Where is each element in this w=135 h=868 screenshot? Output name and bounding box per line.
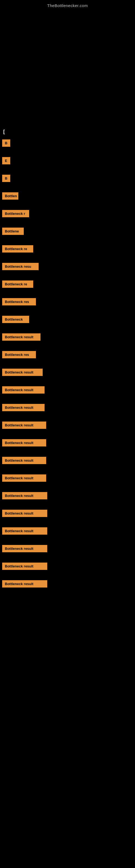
bottleneck-item-1[interactable]: B <box>2 140 10 147</box>
bottleneck-item-11[interactable]: Bottleneck <box>2 316 29 323</box>
bottleneck-row: Bottleneck result <box>2 456 133 469</box>
bottleneck-row: Bottleneck resu <box>2 262 133 275</box>
bottleneck-item-5[interactable]: Bottleneck r <box>2 210 29 217</box>
bottleneck-item-15[interactable]: Bottleneck result <box>2 386 45 394</box>
bottleneck-item-9[interactable]: Bottleneck re <box>2 280 33 288</box>
bottleneck-row: Bottleneck result <box>2 579 133 592</box>
bottleneck-row: Bottleneck result <box>2 544 133 557</box>
bottleneck-item-4[interactable]: Bottlen <box>2 192 18 199</box>
bottleneck-row: Bottleneck res <box>2 350 133 363</box>
bottleneck-row: Bottlene <box>2 226 133 240</box>
bottleneck-row: Bottleneck result <box>2 332 133 346</box>
bottleneck-row: Bottleneck result <box>2 526 133 539</box>
bottleneck-item-18[interactable]: Bottleneck result <box>2 439 46 446</box>
dark-hero-section <box>0 10 135 124</box>
bottleneck-row: Bottleneck result <box>2 438 133 452</box>
bottleneck-item-13[interactable]: Bottleneck res <box>2 351 36 358</box>
bottleneck-list: BEBBottlenBottleneck rBottleneBottleneck… <box>2 138 133 597</box>
bottleneck-item-2[interactable]: E <box>2 157 10 164</box>
bottleneck-row: Bottleneck r <box>2 209 133 222</box>
bottleneck-row: Bottleneck result <box>2 508 133 522</box>
section-header: [ <box>2 127 133 137</box>
site-title: TheBottlenecker.com <box>0 0 135 10</box>
bottleneck-item-19[interactable]: Bottleneck result <box>2 457 46 464</box>
bottleneck-row: E <box>2 156 133 169</box>
bottleneck-item-16[interactable]: Bottleneck result <box>2 404 45 411</box>
bottleneck-row: B <box>2 174 133 187</box>
bottleneck-item-21[interactable]: Bottleneck result <box>2 492 47 499</box>
bottleneck-item-24[interactable]: Bottleneck result <box>2 545 47 552</box>
bottleneck-item-17[interactable]: Bottleneck result <box>2 422 46 429</box>
bottleneck-row: Bottleneck result <box>2 473 133 487</box>
bottleneck-item-3[interactable]: B <box>2 175 10 182</box>
bottleneck-item-6[interactable]: Bottlene <box>2 227 24 235</box>
bottleneck-row: Bottleneck re <box>2 244 133 257</box>
bottleneck-row: Bottleneck result <box>2 421 133 434</box>
bottleneck-row: Bottleneck result <box>2 385 133 399</box>
bottleneck-row: Bottleneck result <box>2 491 133 504</box>
bottleneck-item-20[interactable]: Bottleneck result <box>2 474 46 482</box>
bottleneck-item-22[interactable]: Bottleneck result <box>2 510 47 517</box>
bottleneck-row: Bottleneck re <box>2 279 133 293</box>
bottleneck-row: Bottleneck <box>2 315 133 328</box>
bottleneck-item-14[interactable]: Bottleneck result <box>2 369 43 376</box>
page-wrapper: TheBottlenecker.com [ BEBBottlenBottlene… <box>0 0 135 599</box>
bottleneck-item-7[interactable]: Bottleneck re <box>2 245 33 252</box>
bottleneck-item-10[interactable]: Bottleneck res <box>2 298 36 305</box>
bottleneck-row: Bottleneck result <box>2 403 133 416</box>
bottleneck-row: Bottleneck res <box>2 297 133 310</box>
bottleneck-item-8[interactable]: Bottleneck resu <box>2 263 39 270</box>
bottleneck-row: Bottleneck result <box>2 368 133 381</box>
bottleneck-item-23[interactable]: Bottleneck result <box>2 527 47 535</box>
row-spacer <box>2 595 133 597</box>
content-area: [ BEBBottlenBottleneck rBottleneBottlene… <box>0 124 135 599</box>
bottleneck-item-12[interactable]: Bottleneck result <box>2 333 41 341</box>
bottleneck-item-25[interactable]: Bottleneck result <box>2 563 47 570</box>
bottleneck-item-26[interactable]: Bottleneck result <box>2 580 47 588</box>
bottleneck-row: B <box>2 138 133 152</box>
bottleneck-row: Bottlen <box>2 191 133 205</box>
bottleneck-row: Bottleneck result <box>2 561 133 575</box>
